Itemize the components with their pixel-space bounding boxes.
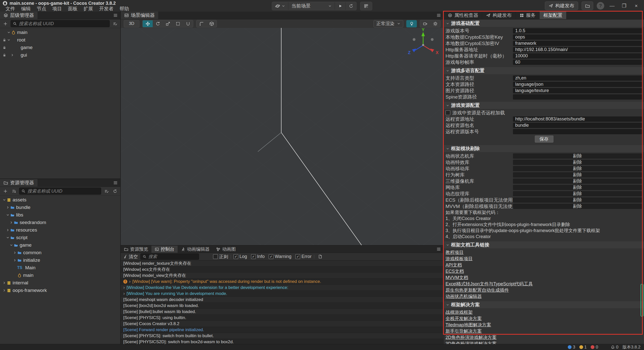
tree-item[interactable]: bundle (0, 204, 120, 211)
scene-selector-dropdown[interactable]: 当前场景 (289, 2, 335, 10)
remove-module-button[interactable]: 剔除 (513, 204, 642, 209)
field-input[interactable]: bundle (513, 123, 642, 128)
coordinate-space-button[interactable] (207, 20, 217, 27)
log-row[interactable]: [Scene] Forward render pipeline initiali… (121, 327, 444, 333)
doc-link[interactable]: ECS文档 (446, 268, 464, 274)
message-count[interactable]: 3 (568, 345, 575, 350)
remove-module-button[interactable]: 剔除 (513, 179, 642, 184)
reload-button[interactable] (346, 2, 356, 10)
expander-open-icon[interactable] (7, 38, 11, 42)
field-input[interactable]: 10000 (513, 53, 642, 59)
expander-open-icon[interactable] (6, 213, 10, 217)
log-row[interactable]: ›[Window] Download the Vue Devtools exte… (121, 285, 444, 291)
assets-tab[interactable]: 资源管理器 (0, 179, 37, 187)
doc-link[interactable]: 动画状态机编辑器 (446, 293, 482, 299)
menu-面板[interactable]: 面板 (65, 6, 80, 12)
inspector-scrollbar-thumb[interactable] (640, 284, 643, 317)
assets-filter-button[interactable] (103, 188, 110, 194)
field-input[interactable] (513, 129, 642, 134)
menu-扩展[interactable]: 扩展 (80, 6, 96, 12)
section-header[interactable]: 游戏多语言配置 (444, 67, 644, 74)
remove-module-button[interactable]: 剔除 (513, 160, 642, 165)
rect-tool-button[interactable] (173, 20, 183, 27)
doc-link[interactable]: API文档 (446, 262, 462, 268)
projection-3d-button[interactable]: 3D (124, 20, 139, 27)
play-button[interactable] (335, 2, 346, 10)
console-search-input[interactable] (148, 254, 197, 259)
doc-link[interactable]: 战棋游戏框架 (446, 309, 473, 315)
preview-device-button[interactable] (360, 2, 372, 10)
field-input[interactable]: http://192.168.0.150/main/ (513, 47, 642, 52)
inspector-tab-构建发布[interactable]: 构建发布 (482, 12, 516, 19)
tree-item[interactable]: internal (0, 279, 120, 287)
scene-settings-button[interactable] (430, 20, 440, 27)
remove-module-button[interactable]: 剔除 (513, 166, 642, 171)
field-input[interactable]: language/json (513, 82, 642, 87)
console-search[interactable] (140, 253, 199, 260)
console-tab-控制台[interactable]: 控制台 (151, 246, 178, 253)
render-mode-dropdown[interactable]: 正常渲染 (374, 20, 403, 27)
field-input[interactable]: zh,en (513, 75, 642, 81)
log-row[interactable]: [Scene] [box2d]:box2d wasm lib loaded. (121, 303, 444, 309)
tree-item[interactable]: script (0, 234, 120, 241)
filter-info-checkbox[interactable]: ✓Info (251, 254, 265, 259)
log-row[interactable]: [Window] model_view文件夹存在 (121, 273, 444, 279)
expander-closed-icon[interactable] (9, 221, 14, 224)
scene-viewport[interactable]: Y X Z (121, 28, 444, 245)
log-row[interactable]: [Window] ecs文件夹存在 (121, 267, 444, 273)
transform-gizmo-button[interactable] (183, 20, 193, 27)
inspector-tab-属性检查器[interactable]: 属性检查器 (444, 12, 482, 19)
expand-chevron-icon[interactable]: › (129, 279, 131, 284)
refresh-assets-button[interactable] (112, 188, 118, 194)
tree-item[interactable]: seedrandom (0, 219, 120, 226)
hierarchy-search[interactable] (11, 20, 110, 27)
filter-error-checkbox[interactable]: ✓Error (295, 254, 311, 259)
expander-closed-icon[interactable] (13, 258, 17, 262)
section-header[interactable]: 游戏资源配置 (444, 102, 644, 109)
assets-search[interactable] (19, 188, 101, 195)
assets-menu-button[interactable] (111, 179, 120, 187)
menu-项目[interactable]: 项目 (49, 6, 65, 12)
hierarchy-tab[interactable]: 层级管理器 (0, 12, 37, 19)
expander-closed-icon[interactable] (2, 281, 7, 285)
expand-chevron-icon[interactable]: › (123, 291, 125, 296)
add-node-button[interactable] (2, 20, 9, 27)
warning-count[interactable]: 1 (579, 345, 587, 350)
field-input[interactable]: 1.0.5 (513, 28, 642, 33)
console-tab-资源预览[interactable]: 资源预览 (121, 246, 151, 253)
checkbox-icon[interactable] (446, 110, 450, 115)
field-input[interactable]: 60 (513, 60, 642, 65)
field-input[interactable] (513, 94, 642, 100)
expander-closed-icon[interactable] (6, 206, 10, 209)
menu-开发者[interactable]: 开发者 (96, 6, 116, 12)
expander-closed-icon[interactable] (13, 251, 17, 254)
build-publish-button[interactable]: 构建发布 (545, 2, 578, 10)
field-input[interactable]: framework (513, 41, 642, 46)
remove-module-button[interactable]: 剔除 (513, 153, 642, 159)
tree-item[interactable]: game (0, 241, 120, 249)
tree-item[interactable]: root (0, 36, 120, 44)
move-tool-button[interactable] (143, 20, 153, 27)
expander-open-icon[interactable] (9, 243, 14, 247)
menu-编辑[interactable]: 编辑 (18, 6, 34, 12)
filter-log-checkbox[interactable]: ✓Log (233, 254, 247, 259)
remove-module-button[interactable]: 剔除 (513, 172, 642, 178)
scene-tab[interactable]: 场景编辑器 (121, 12, 158, 19)
doc-link[interactable]: 全栈开发解决方案 (446, 316, 482, 322)
remove-module-button[interactable]: 剔除 (513, 185, 642, 190)
expander-open-icon[interactable] (2, 198, 7, 202)
minimize-button[interactable]: — (608, 3, 616, 9)
hierarchy-menu-button[interactable] (111, 12, 120, 19)
inspector-tab-服务[interactable]: 服务 (516, 12, 540, 19)
log-row[interactable]: [Scene] Cocos Creator v3.8.2 (121, 321, 444, 327)
doc-link[interactable]: 游戏模板项目 (446, 256, 473, 262)
assets-search-input[interactable] (27, 188, 99, 194)
log-row[interactable]: [Scene] [PHYSICS]: switch from builtin t… (121, 333, 444, 339)
field-input[interactable]: language/texture (513, 88, 642, 93)
scene-menu-button[interactable] (434, 12, 444, 19)
log-row[interactable]: [Scene] meshopt wasm decoder initialized (121, 297, 444, 303)
scale-tool-button[interactable] (163, 20, 173, 27)
log-detail-button[interactable] (317, 253, 323, 260)
section-header[interactable]: 游戏基础配置 (444, 20, 644, 27)
console-log-list[interactable]: [Window] render_texture文件夹存在[Window] ecs… (121, 260, 444, 345)
